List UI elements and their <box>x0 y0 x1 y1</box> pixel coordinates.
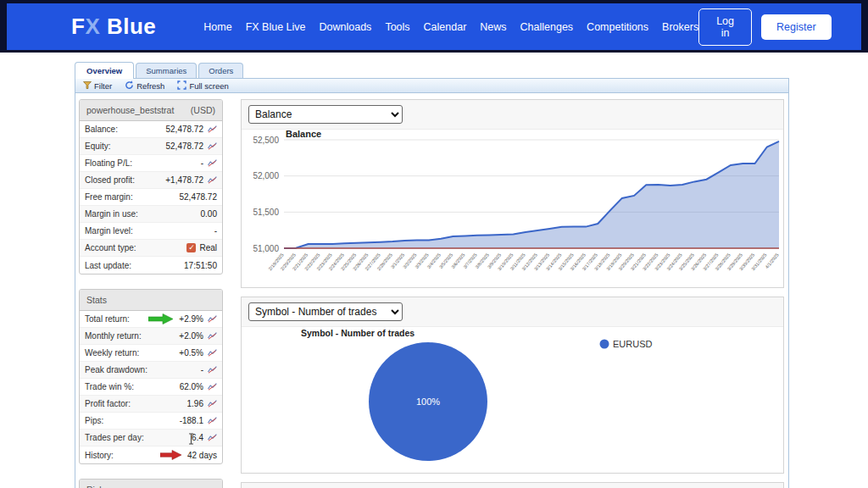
sparkline-chart-icon[interactable] <box>208 417 217 424</box>
sparkline-chart-icon[interactable] <box>208 434 217 441</box>
risk-panel: Risk <box>79 479 223 488</box>
row-value: 52,478.72 <box>166 141 204 151</box>
account-row-closed-profit: Closed profit:+1,478.72 <box>80 172 222 189</box>
row-value: -188.1 <box>180 416 203 425</box>
row-value: +0.5% <box>179 348 203 358</box>
stats-rows: Total return:+2.9%Monthly return:+2.0%We… <box>80 311 222 463</box>
tab-overview[interactable]: Overview <box>75 62 134 79</box>
nav-item-tools[interactable]: Tools <box>385 21 409 33</box>
row-label: Trade win %: <box>85 382 134 391</box>
account-row-account-type: Account type:✓Real <box>80 240 222 257</box>
row-label: Weekly return: <box>85 348 139 358</box>
sparkline-chart-icon[interactable] <box>208 315 217 323</box>
header-bar: FX Blue HomeFX Blue LiveDownloadsToolsCa… <box>7 3 861 50</box>
row-label: Margin level: <box>85 226 133 236</box>
row-value: 52,478.72 <box>180 192 218 202</box>
symbol-chart-panel: Symbol - Number of trades Symbol - Numbe… <box>241 297 784 474</box>
nav-item-competitions[interactable]: Competitions <box>587 21 648 33</box>
left-column: powerhouse_beststrat (USD) Balance:52,47… <box>79 99 223 488</box>
row-value: Real <box>199 243 217 252</box>
duration-select-strip: Duration / Profitability <box>242 483 783 488</box>
svg-text:100%: 100% <box>416 396 440 407</box>
nav-item-downloads[interactable]: Downloads <box>320 21 372 33</box>
account-panel: powerhouse_beststrat (USD) Balance:52,47… <box>79 99 223 274</box>
row-value: 6.4 <box>192 433 203 442</box>
nav-item-news[interactable]: News <box>480 21 506 33</box>
nav-item-home[interactable]: Home <box>203 21 231 33</box>
nav-item-fx-blue-live[interactable]: FX Blue Live <box>246 21 306 33</box>
duration-chart-panel: Duration / Profitability <box>241 482 784 488</box>
row-label: Account type: <box>85 243 136 252</box>
sparkline-chart-icon[interactable] <box>208 142 217 150</box>
account-row-free-margin: Free margin:52,478.72 <box>80 189 222 206</box>
toolbar: Filter Refresh Full screen <box>75 79 788 93</box>
stats-row-trades-per-day: Trades per day:6.4 <box>80 430 222 446</box>
stats-row-total-return: Total return:+2.9% <box>80 311 222 328</box>
row-value: - <box>214 226 217 236</box>
row-value: 42 days <box>187 451 217 460</box>
account-currency: (USD) <box>191 105 215 115</box>
register-button[interactable]: Register <box>761 14 832 40</box>
header-outer: FX Blue HomeFX Blue LiveDownloadsToolsCa… <box>0 0 868 53</box>
row-label: Profit factor: <box>85 399 131 408</box>
nav-item-calendar[interactable]: Calendar <box>424 21 467 33</box>
sparkline-chart-icon[interactable] <box>208 366 217 374</box>
row-label: Equity: <box>85 141 111 151</box>
filter-tool[interactable]: Filter <box>83 81 112 91</box>
svg-text:52,000: 52,000 <box>253 171 279 180</box>
svg-text:Symbol - Number of trades: Symbol - Number of trades <box>301 328 415 338</box>
sparkline-chart-icon[interactable] <box>208 383 217 391</box>
row-label: Total return: <box>85 314 130 324</box>
svg-text:51,000: 51,000 <box>253 244 279 253</box>
content-area: powerhouse_beststrat (USD) Balance:52,47… <box>75 93 788 488</box>
red-annotation-arrow-icon <box>160 450 181 460</box>
account-name: powerhouse_beststrat <box>86 105 174 115</box>
row-label: Trades per day: <box>85 433 144 442</box>
tab-orders[interactable]: Orders <box>198 63 243 78</box>
sparkline-chart-icon[interactable] <box>208 349 217 357</box>
fullscreen-label: Full screen <box>189 81 228 91</box>
stats-title: Stats <box>86 295 107 305</box>
symbol-select-strip: Symbol - Number of trades <box>242 297 783 326</box>
stats-row-trade-win: Trade win %:62.0% <box>80 379 222 396</box>
login-button[interactable]: Log in <box>698 8 752 46</box>
stats-row-history: History:42 days <box>80 446 222 463</box>
nav-item-challenges[interactable]: Challenges <box>520 21 574 33</box>
green-annotation-arrow-icon <box>148 313 173 324</box>
main-container: Filter Refresh Full screen powerhouse_be… <box>75 78 789 488</box>
row-value: 62.0% <box>180 382 203 391</box>
row-label: Margin in use: <box>85 209 138 219</box>
account-row-margin-level: Margin level:- <box>80 223 222 240</box>
nav-item-brokers[interactable]: Brokers <box>662 21 698 33</box>
row-value: 17:51:50 <box>184 261 217 270</box>
filter-label: Filter <box>94 81 112 91</box>
account-row-last-update: Last update:17:51:50 <box>80 257 222 274</box>
stats-row-pips: Pips:-188.1 <box>80 413 222 430</box>
risk-panel-header: Risk <box>80 480 222 488</box>
sparkline-chart-icon[interactable] <box>208 159 217 167</box>
row-label: Last update: <box>85 261 131 270</box>
row-value: +2.9% <box>179 314 203 324</box>
account-row-margin-in-use: Margin in use:0.00 <box>80 206 222 223</box>
sparkline-chart-icon[interactable] <box>208 332 217 340</box>
refresh-tool[interactable]: Refresh <box>125 80 164 92</box>
svg-text:Balance: Balance <box>286 130 321 139</box>
fullscreen-tool[interactable]: Full screen <box>177 80 228 92</box>
logo-x: X <box>85 14 100 39</box>
balance-chart-select[interactable]: Balance <box>248 105 403 124</box>
fx-blue-logo[interactable]: FX Blue <box>71 14 156 40</box>
balance-select-strip: Balance <box>242 100 783 129</box>
tab-summaries[interactable]: Summaries <box>136 63 197 78</box>
row-value: - <box>201 365 203 374</box>
real-account-checkbox[interactable]: ✓ <box>186 243 196 252</box>
stats-row-weekly-return: Weekly return:+0.5% <box>80 345 222 362</box>
row-label: Closed profit: <box>85 175 135 185</box>
sparkline-chart-icon[interactable] <box>208 176 217 184</box>
sparkline-chart-icon[interactable] <box>208 400 217 408</box>
symbol-chart-select[interactable]: Symbol - Number of trades <box>248 302 403 321</box>
row-label: Peak drawdown: <box>85 365 147 374</box>
row-label: Free margin: <box>85 192 133 202</box>
sparkline-chart-icon[interactable] <box>208 125 217 133</box>
refresh-label: Refresh <box>136 81 164 91</box>
row-label: Monthly return: <box>85 331 142 341</box>
